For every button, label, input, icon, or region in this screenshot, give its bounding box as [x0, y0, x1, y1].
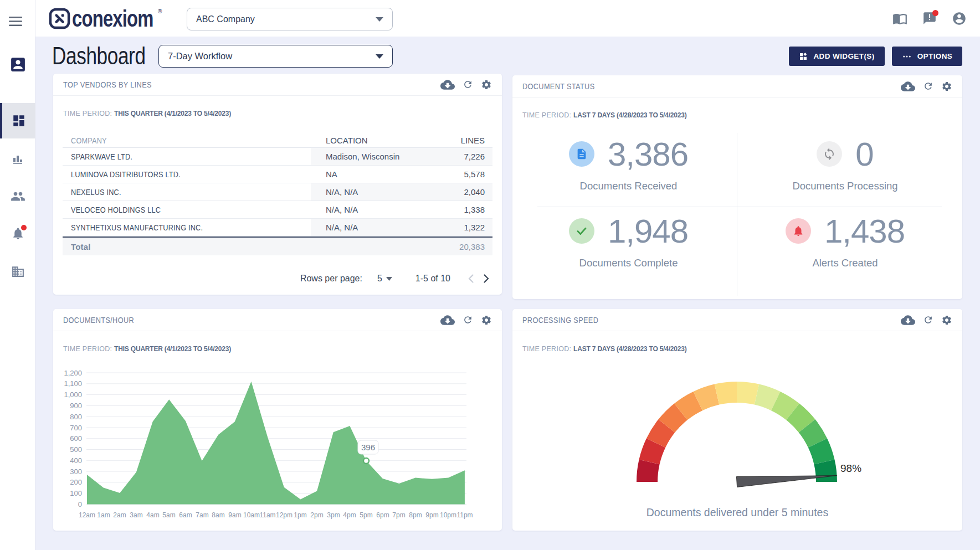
- svg-text:0: 0: [78, 500, 82, 508]
- svg-text:1am: 1am: [97, 511, 110, 519]
- svg-text:10am: 10am: [243, 511, 260, 519]
- svg-text:4am: 4am: [146, 511, 159, 519]
- svg-text:8am: 8am: [212, 511, 224, 519]
- svg-text:5pm: 5pm: [360, 511, 372, 519]
- svg-text:8pm: 8pm: [409, 511, 422, 519]
- svg-text:11pm: 11pm: [456, 511, 473, 519]
- svg-text:7pm: 7pm: [392, 511, 405, 519]
- svg-text:200: 200: [70, 478, 82, 486]
- svg-text:10pm: 10pm: [440, 511, 456, 519]
- svg-text:12am: 12am: [79, 511, 95, 519]
- svg-text:396: 396: [361, 443, 375, 452]
- svg-text:3am: 3am: [130, 511, 142, 519]
- svg-text:1,200: 1,200: [64, 369, 82, 377]
- svg-text:9am: 9am: [228, 511, 241, 519]
- svg-text:100: 100: [70, 489, 82, 497]
- svg-text:12pm: 12pm: [276, 511, 293, 519]
- svg-text:98%: 98%: [840, 462, 861, 474]
- svg-text:900: 900: [70, 402, 82, 410]
- svg-text:400: 400: [70, 456, 82, 465]
- svg-text:2pm: 2pm: [310, 511, 323, 519]
- svg-text:9pm: 9pm: [425, 511, 438, 519]
- svg-text:4pm: 4pm: [343, 511, 356, 519]
- svg-text:800: 800: [70, 413, 82, 421]
- svg-text:11am: 11am: [259, 511, 275, 519]
- svg-text:700: 700: [70, 424, 82, 432]
- svg-text:1,000: 1,000: [64, 390, 82, 399]
- svg-text:5am: 5am: [162, 511, 175, 519]
- svg-text:1,100: 1,100: [64, 379, 82, 388]
- svg-text:600: 600: [70, 434, 82, 443]
- svg-text:7am: 7am: [196, 511, 208, 519]
- svg-text:6am: 6am: [179, 511, 192, 519]
- svg-text:3pm: 3pm: [327, 511, 340, 519]
- svg-text:2am: 2am: [113, 511, 126, 519]
- svg-text:500: 500: [70, 445, 82, 454]
- svg-text:6pm: 6pm: [376, 511, 389, 519]
- svg-text:300: 300: [70, 467, 82, 476]
- svg-text:1pm: 1pm: [294, 511, 306, 519]
